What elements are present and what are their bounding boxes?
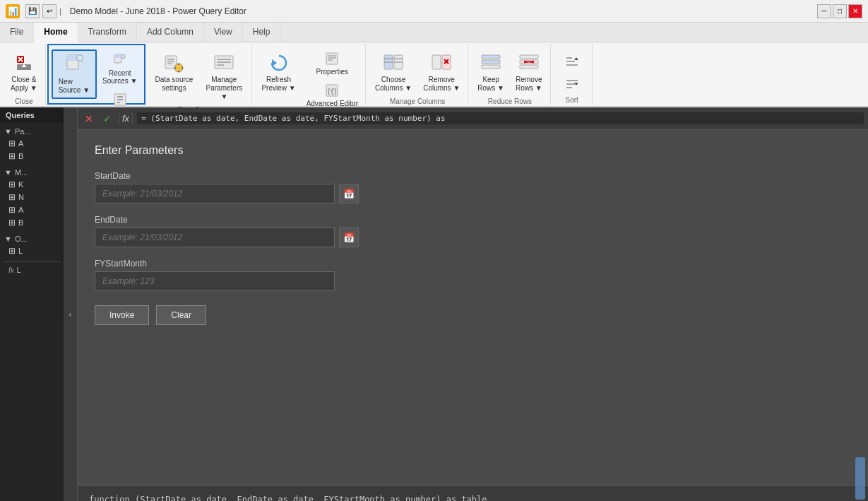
fy-start-month-input-row [95,271,851,291]
sidebar-item-fx[interactable]: fx L [3,265,61,276]
collapse-o-icon: ▼ [4,235,12,243]
recent-sources-label: RecentSources ▼ [102,69,137,85]
fy-start-month-input[interactable] [95,271,335,291]
title-bar-controls: 💾 ↩ | [25,4,61,18]
sidebar-group-o-label: O... [15,235,28,243]
end-date-calendar-button[interactable]: 📅 [339,228,359,247]
start-date-calendar-button[interactable]: 📅 [339,184,359,204]
sidebar-group-m: ▼ M... ⊞ K ⊞ N ⊞ A ⊞ B [3,167,61,229]
new-source-button[interactable]: NewSource ▼ [52,49,97,99]
scroll-indicator[interactable] [855,457,865,500]
parameters-title: Enter Parameters [95,144,851,157]
keep-rows-button[interactable]: KeepRows ▼ [472,48,509,96]
toggle-sidebar-button[interactable]: ‹ [64,107,78,501]
formula-fx-label: fx [119,113,133,124]
tab-transform[interactable]: Transform [78,23,137,42]
manage-columns-group: ChooseColumns ▼ RemoveColumns ▼ Manage C… [367,44,468,105]
svg-rect-48 [482,65,500,69]
properties-button[interactable]: Properties [302,48,362,78]
refresh-preview-icon [268,52,290,74]
choose-columns-icon [382,52,405,74]
new-query-group: NewSource ▼ RecentSources ▼ [47,44,146,105]
data-sources-group: Data sourcesettings ManageParameters ▼ D… [147,44,252,105]
recent-sources-button[interactable]: RecentSources ▼ [98,49,141,88]
sidebar-header: Queries [0,107,64,123]
sidebar-group-pa-header[interactable]: ▼ Pa... [3,126,61,137]
svg-text:{'{'}: {'{'} [328,88,336,95]
svg-rect-9 [114,54,121,58]
save-btn[interactable]: 💾 [25,4,40,18]
tab-home[interactable]: Home [34,23,78,42]
enter-data-icon [112,92,128,107]
tab-add-column[interactable]: Add Column [137,23,204,42]
data-source-settings-button[interactable]: Data sourcesettings [150,48,198,96]
svg-rect-42 [432,55,441,69]
start-date-input-row: 📅 [95,184,851,204]
new-source-icon [63,54,85,76]
clear-button[interactable]: Clear [156,305,206,325]
sidebar-item-3[interactable]: ⊞ K [3,178,61,191]
svg-rect-11 [121,54,125,58]
new-source-label: NewSource ▼ [59,78,90,95]
formula-cancel-button[interactable]: ✕ [82,112,96,126]
ribbon: File Home Transform Add Column View Help [0,23,868,107]
collapse-pa-icon: ▼ [4,127,12,136]
close-btn[interactable]: ✕ [848,4,862,18]
sidebar: Queries ▼ Pa... ⊞ A ⊞ B ▼ M.. [0,107,64,501]
title-bar: 📊 💾 ↩ | Demo Model - June 2018 - Power Q… [0,0,868,23]
manage-parameters-label: ManageParameters ▼ [204,76,244,101]
sidebar-item-7[interactable]: ⊞ L [3,244,61,257]
remove-columns-button[interactable]: RemoveColumns ▼ [418,48,465,96]
maximize-btn[interactable]: □ [833,4,847,18]
start-date-input[interactable] [95,184,335,204]
advanced-editor-button[interactable]: {'{'} Advanced Editor [302,80,362,110]
tab-file[interactable]: File [0,23,34,42]
sort-descending-icon [564,76,580,92]
tab-help[interactable]: Help [243,23,281,42]
remove-rows-button[interactable]: RemoveRows ▼ [511,48,547,96]
end-date-input-row: 📅 [95,228,851,247]
sidebar-group-m-header[interactable]: ▼ M... [3,167,61,178]
function-preview-text: function (StartDate as date, EndDate as … [89,495,487,501]
table-icon-2: ⊞ [8,151,16,161]
start-date-group: StartDate 📅 [95,171,851,204]
sidebar-item-2[interactable]: ⊞ B [3,150,61,163]
content-area: ✕ ✓ fx Enter Parameters StartDate 📅 EndD… [78,107,868,501]
close-apply-icon [13,52,35,74]
sidebar-item-4[interactable]: ⊞ N [3,191,61,204]
sidebar-item-1[interactable]: ⊞ A [3,137,61,150]
sidebar-item-6[interactable]: ⊞ B [3,216,61,229]
sidebar-group-pa: ▼ Pa... ⊞ A ⊞ B [3,126,61,163]
end-date-group: EndDate 📅 [95,215,851,247]
sort-ascending-button[interactable] [555,51,589,72]
formula-input[interactable] [137,112,864,124]
tab-view[interactable]: View [204,23,243,42]
sort-descending-button[interactable] [555,73,589,95]
invoke-button[interactable]: Invoke [95,305,149,325]
close-apply-button[interactable]: Close &Apply ▼ [6,48,42,96]
minimize-btn[interactable]: ─ [817,4,831,18]
undo-btn[interactable]: ↩ [42,4,57,18]
remove-columns-icon [430,52,453,74]
table-icon-3: ⊞ [8,179,16,189]
svg-rect-7 [77,55,83,61]
table-icon-6: ⊞ [8,218,16,228]
sidebar-group-o-header[interactable]: ▼ O... [3,233,61,244]
sidebar-item-5[interactable]: ⊞ A [3,204,61,216]
collapse-m-icon: ▼ [4,168,12,177]
formula-confirm-button[interactable]: ✓ [100,112,114,126]
function-preview: function (StartDate as date, EndDate as … [78,485,868,501]
sort-ascending-icon [564,54,580,69]
manage-parameters-button[interactable]: ManageParameters ▼ [199,48,249,105]
sidebar-group-o: ▼ O... ⊞ L [3,233,61,257]
svg-marker-29 [272,59,277,66]
close-group: Close &Apply ▼ Close [3,44,46,105]
end-date-input[interactable] [95,228,335,247]
svg-marker-57 [574,57,578,60]
refresh-preview-button[interactable]: RefreshPreview ▼ [256,48,300,96]
action-buttons: Invoke Clear [95,305,851,325]
remove-rows-label: RemoveRows ▼ [516,76,542,93]
choose-columns-button[interactable]: ChooseColumns ▼ [370,48,417,96]
close-group-label: Close [6,96,42,107]
sidebar-content: ▼ Pa... ⊞ A ⊞ B ▼ M... ⊞ [0,123,64,501]
